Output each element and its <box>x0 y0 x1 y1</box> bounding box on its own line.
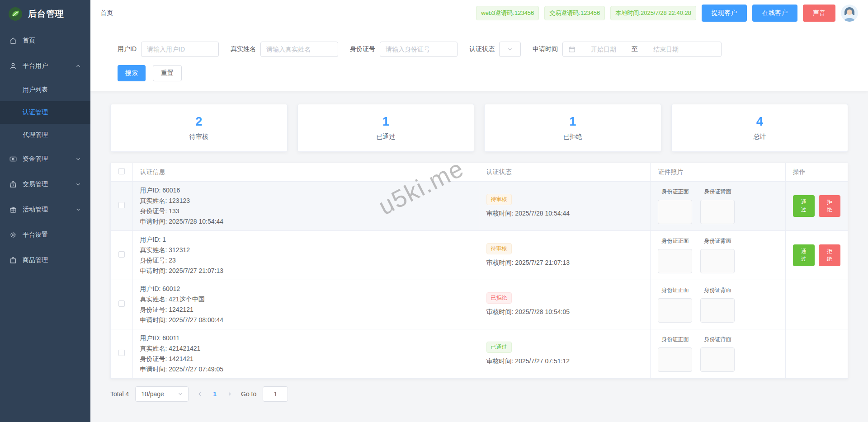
apply-time-label: 申请时间 <box>533 45 558 53</box>
id-front-photo[interactable] <box>658 347 692 372</box>
stat-label: 待审核 <box>189 133 208 141</box>
id-back-photo[interactable] <box>700 347 735 372</box>
submenu-item-label: 认证管理 <box>23 108 48 117</box>
sidebar-item-agent-management[interactable]: 代理管理 <box>0 124 90 146</box>
id-photos-cell: 身份证正面 身份证背面 <box>651 181 785 230</box>
page-size-select[interactable]: 10/page <box>135 386 189 402</box>
stat-card-total: 4 总计 <box>671 104 849 152</box>
end-date-input[interactable] <box>641 46 691 53</box>
filter-panel: 用户ID 真实姓名 身份证号 认证状态 <box>90 26 868 91</box>
sidebar-item-platform-settings[interactable]: 平台设置 <box>0 222 90 248</box>
sidebar-item-label: 首页 <box>23 37 81 45</box>
withdraw-customers-button[interactable]: 提现客户 <box>702 5 747 22</box>
auth-info-cell: 用户ID: 1 真实姓名: 312312 身份证号: 23 申请时间: 2025… <box>132 230 479 280</box>
trade-invite-code-badge: 交易邀请码:123456 <box>544 6 605 20</box>
real-name-input[interactable] <box>260 42 338 57</box>
app-title: 后台管理 <box>28 8 64 20</box>
online-customers-button[interactable]: 在线客户 <box>752 5 797 22</box>
sidebar-item-home[interactable]: 首页 <box>0 28 90 53</box>
breadcrumb[interactable]: 首页 <box>100 9 113 17</box>
row-checkbox[interactable] <box>118 300 125 307</box>
actions-cell <box>785 329 848 378</box>
reset-button[interactable]: 重置 <box>153 65 182 81</box>
row-checkbox[interactable] <box>118 251 125 258</box>
sidebar-item-auth-management[interactable]: 认证管理 <box>0 101 90 124</box>
apply-time-daterange[interactable]: 至 <box>562 42 722 57</box>
stat-label: 已通过 <box>376 133 395 141</box>
real-name-text: 真实姓名: 123123 <box>140 196 472 206</box>
sidebar-item-user-list[interactable]: 用户列表 <box>0 79 90 101</box>
photo-front-label: 身份证正面 <box>661 237 689 245</box>
id-photos-cell: 身份证正面 身份证背面 <box>651 329 785 378</box>
table-row: 用户ID: 60011 真实姓名: 421421421 身份证号: 142142… <box>111 329 848 378</box>
sidebar-item-platform-users[interactable]: 平台用户 <box>0 53 90 79</box>
sidebar-item-activity-management[interactable]: 活动管理 <box>0 197 90 222</box>
column-header-auth-info: 认证信息 <box>132 163 479 181</box>
reject-button[interactable]: 拒绝 <box>819 195 840 217</box>
auth-status-cell: 已通过 审核时间: 2025/7/27 07:51:12 <box>479 329 651 378</box>
start-date-input[interactable] <box>578 46 629 53</box>
gift-icon <box>9 206 17 214</box>
local-time-badge: 本地时间:2025/7/28 22:40:28 <box>610 6 696 20</box>
stat-label: 已拒绝 <box>563 133 582 141</box>
id-back-photo[interactable] <box>700 249 735 273</box>
table-row: 用户ID: 60012 真实姓名: 421这个中国 身份证号: 1242121 … <box>111 280 848 329</box>
chevron-down-icon <box>75 156 81 162</box>
id-front-photo[interactable] <box>658 200 692 224</box>
sound-button[interactable]: 声音 <box>803 5 835 22</box>
stat-value: 2 <box>195 115 202 129</box>
goto-page-input[interactable] <box>263 386 288 402</box>
photo-back-label: 身份证背面 <box>704 336 731 343</box>
stat-card-pending: 2 待审核 <box>110 104 288 152</box>
row-checkbox[interactable] <box>118 350 125 356</box>
stat-card-rejected: 1 已拒绝 <box>484 104 661 152</box>
apply-time-text: 申请时间: 2025/7/27 07:49:05 <box>140 364 472 375</box>
web3-invite-code-badge: web3邀请码:123456 <box>476 6 539 20</box>
sidebar-item-goods-management[interactable]: 商品管理 <box>0 248 90 273</box>
id-photos-cell: 身份证正面 身份证背面 <box>651 230 785 280</box>
photo-back-label: 身份证背面 <box>704 188 731 196</box>
apply-time-text: 申请时间: 2025/7/27 21:07:13 <box>140 266 472 276</box>
user-id-text: 用户ID: 60012 <box>140 284 472 294</box>
approve-button[interactable]: 通过 <box>793 244 815 266</box>
search-button[interactable]: 搜索 <box>118 65 146 81</box>
photo-front-label: 身份证正面 <box>661 188 689 196</box>
id-number-text: 身份证号: 1242121 <box>140 305 472 315</box>
status-badge: 已拒绝 <box>486 292 512 304</box>
user-id-label: 用户ID <box>118 45 137 53</box>
real-name-label: 真实姓名 <box>231 45 256 53</box>
id-back-photo[interactable] <box>700 298 735 323</box>
banknote-icon <box>9 155 17 163</box>
stat-value: 1 <box>382 115 389 129</box>
sidebar-item-trade-management[interactable]: 交易管理 <box>0 172 90 197</box>
shopping-bag-icon <box>9 256 17 264</box>
user-id-input[interactable] <box>141 42 219 57</box>
id-front-photo[interactable] <box>658 249 692 273</box>
chevron-up-icon <box>75 63 81 69</box>
user-icon <box>9 62 17 70</box>
page-number-1[interactable]: 1 <box>211 390 218 398</box>
date-range-separator: 至 <box>632 45 638 53</box>
page-size-value: 10/page <box>141 390 164 398</box>
shopping-bag-arrow-icon <box>9 180 17 188</box>
reject-button[interactable]: 拒绝 <box>819 244 840 266</box>
select-all-checkbox[interactable] <box>118 168 125 174</box>
auth-status-select[interactable] <box>499 42 521 57</box>
user-avatar[interactable] <box>841 5 858 22</box>
auth-info-cell: 用户ID: 60011 真实姓名: 421421421 身份证号: 142142… <box>132 329 479 378</box>
next-page-button[interactable] <box>226 391 233 397</box>
app-logo: 后台管理 <box>0 0 90 28</box>
row-checkbox[interactable] <box>118 202 125 208</box>
sidebar-item-fund-management[interactable]: 资金管理 <box>0 146 90 172</box>
stat-label: 总计 <box>753 133 766 141</box>
approve-button[interactable]: 通过 <box>793 195 815 217</box>
id-front-photo[interactable] <box>658 298 692 323</box>
id-back-photo[interactable] <box>700 200 735 224</box>
goto-label: Go to <box>241 390 256 398</box>
id-number-text: 身份证号: 23 <box>140 255 472 266</box>
stat-value: 1 <box>569 115 576 129</box>
actions-cell: 通过 拒绝 <box>785 230 848 280</box>
sidebar-item-label: 资金管理 <box>23 155 75 163</box>
prev-page-button[interactable] <box>197 391 203 397</box>
id-number-input[interactable] <box>380 42 458 57</box>
